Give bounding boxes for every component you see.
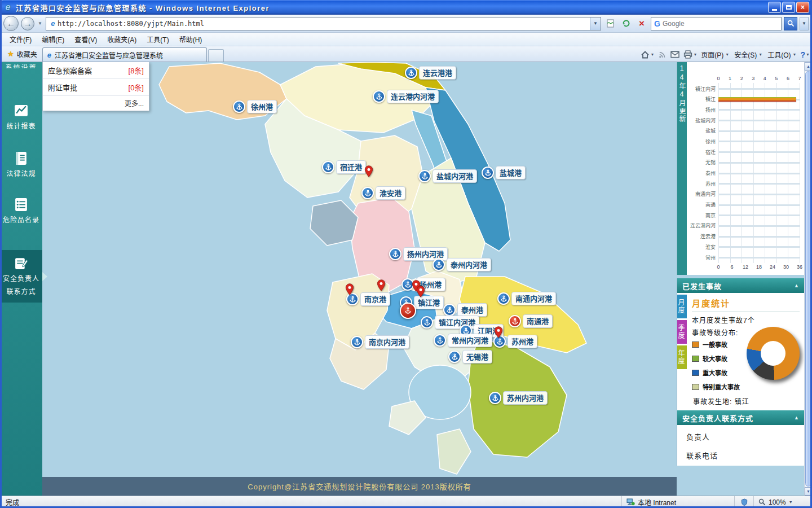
- port-marker[interactable]: 南通港: [509, 314, 553, 328]
- page-content: 系统设置 统计报表法律法规危险品名录安全负责人联系方式: [0, 62, 812, 496]
- location-pin-icon[interactable]: [377, 279, 386, 294]
- sidebar-item-label: 法律法规: [6, 169, 36, 179]
- back-button[interactable]: ←: [3, 16, 19, 31]
- port-marker[interactable]: 泰州港: [443, 303, 487, 317]
- collapse-arrow-icon[interactable]: ▲: [794, 283, 800, 288]
- menu-item[interactable]: 工具(T): [142, 33, 174, 46]
- location-pin-icon[interactable]: [494, 326, 503, 340]
- port-marker[interactable]: 连云港内河港: [373, 90, 439, 103]
- forward-button[interactable]: →: [21, 17, 34, 30]
- accident-tab-quarterly[interactable]: 季度: [677, 320, 687, 344]
- chart-bar-area: [718, 137, 800, 145]
- search-dropdown-icon[interactable]: ▼: [800, 17, 809, 30]
- anchor-icon: [405, 67, 417, 79]
- history-dropdown-icon[interactable]: ▼: [37, 21, 43, 26]
- compatibility-view-icon[interactable]: [603, 17, 617, 30]
- accident-tab-yearly[interactable]: 年度: [677, 345, 687, 369]
- stop-button[interactable]: ×: [635, 17, 648, 30]
- sidebar-item-contacts[interactable]: 安全负责人联系方式: [0, 250, 42, 303]
- collapse-arrow-icon[interactable]: ▲: [794, 415, 800, 421]
- list-icon: [14, 197, 29, 212]
- new-tab-button[interactable]: [208, 49, 224, 62]
- search-button[interactable]: [784, 17, 797, 30]
- search-input[interactable]: [663, 20, 781, 28]
- tabs-bar: ★ 收藏夹 e 江苏省港口安全监管与应急管理系统 ▼ ▼ 页面(P)▼安全(S)…: [0, 46, 812, 62]
- chart-bar-track: [718, 246, 800, 248]
- axis-tick-label: 3: [752, 76, 754, 81]
- zoom-control[interactable]: 100% ▼: [753, 496, 812, 508]
- legend-item: 特别重大事故: [692, 382, 746, 391]
- toolbar-button[interactable]: 工具(O)▼: [767, 50, 796, 59]
- map-area[interactable]: 连云港港连云港内河港徐州港宿迁港盐城内河港盐城港淮安港扬州内河港泰州内河港扬州港…: [42, 62, 677, 496]
- toolbar-button[interactable]: 安全(S)▼: [734, 50, 762, 59]
- home-button[interactable]: ▼: [641, 50, 654, 59]
- refresh-button[interactable]: [619, 17, 633, 30]
- favorites-button[interactable]: ★ 收藏夹: [2, 46, 42, 62]
- contact-header-label: 安全负责人联系方式: [682, 413, 753, 423]
- vertical-scrollbar[interactable]: ▲ ▼: [804, 62, 812, 496]
- location-pin-icon[interactable]: [345, 283, 354, 297]
- url-dropdown-icon[interactable]: ▼: [590, 17, 601, 30]
- port-marker[interactable]: 盐城港: [482, 166, 526, 179]
- accident-location: 事故发生地: 镇江: [693, 396, 749, 406]
- mail-button[interactable]: [670, 51, 679, 58]
- close-button[interactable]: ×: [796, 2, 809, 13]
- more-link[interactable]: 更多...: [43, 96, 149, 111]
- chevron-down-icon: ▼: [806, 52, 810, 56]
- menu-item[interactable]: 文件(F): [5, 33, 37, 46]
- help-button[interactable]: ?▼: [801, 50, 810, 59]
- port-marker[interactable]: 徐州港: [233, 100, 277, 113]
- menu-item[interactable]: 编辑(E): [37, 33, 69, 46]
- port-label: 宿迁港: [336, 160, 366, 174]
- sidebar-item-laws[interactable]: 法律法规: [0, 145, 42, 185]
- minimize-button[interactable]: [768, 2, 781, 13]
- chart-bar-track: [718, 151, 800, 153]
- sidebar-item-hazmat[interactable]: 危险品名录: [0, 191, 42, 231]
- chart-row: 常州: [687, 253, 800, 261]
- port-marker[interactable]: 淮安港: [361, 186, 405, 200]
- sidebar-item-system-settings[interactable]: 系统设置: [0, 62, 42, 68]
- scroll-down-icon[interactable]: ▼: [805, 487, 812, 496]
- port-marker[interactable]: 无锡港: [448, 350, 492, 364]
- sidebar: 系统设置 统计报表法律法规危险品名录安全负责人联系方式: [0, 62, 42, 496]
- contact-panel-header[interactable]: 安全负责人联系方式 ▲: [677, 410, 804, 425]
- tab-title: 江苏省港口安全监管与应急管理系统: [55, 50, 163, 60]
- contact-panel-body: 负责人联系电话: [677, 425, 804, 466]
- menu-item[interactable]: 查看(V): [69, 33, 102, 46]
- legend-label: 较大事故: [703, 354, 727, 363]
- location-pin-icon[interactable]: [364, 165, 373, 179]
- port-marker[interactable]: 南京内河港: [351, 335, 409, 349]
- quick-panel-row[interactable]: 应急预案备案[8条]: [43, 62, 149, 79]
- accidents-panel-header[interactable]: 已发生事故 ▲: [677, 278, 804, 293]
- url-input[interactable]: [58, 17, 590, 30]
- quick-panel-row[interactable]: 附证审批[0条]: [43, 79, 149, 96]
- maximize-button[interactable]: [782, 2, 795, 13]
- toolbar-button[interactable]: 页面(P)▼: [701, 50, 729, 59]
- chart-bar-area: [718, 159, 800, 167]
- port-marker[interactable]: 宿迁港: [322, 160, 366, 174]
- port-marker[interactable]: 苏州内河港: [489, 391, 548, 405]
- menu-item[interactable]: 帮助(H): [174, 33, 208, 46]
- feeds-button[interactable]: [658, 50, 667, 59]
- chart-row: 南通内河: [687, 190, 800, 198]
- port-marker[interactable]: 南通内河港: [497, 292, 556, 305]
- scroll-up-icon[interactable]: ▲: [805, 62, 812, 71]
- scrollbar-thumb[interactable]: [805, 71, 811, 487]
- accident-tab-monthly[interactable]: 月度: [677, 295, 687, 318]
- print-button[interactable]: ▼: [683, 50, 697, 59]
- map-region-south-b[interactable]: [437, 429, 471, 474]
- port-label: 泰州内河港: [447, 258, 491, 271]
- accident-period-tabs: 月度季度年度: [677, 295, 687, 369]
- tab-main[interactable]: e 江苏省港口安全监管与应急管理系统: [42, 47, 207, 62]
- menu-item[interactable]: 收藏夹(A): [102, 33, 142, 46]
- location-pin-icon[interactable]: [416, 286, 425, 300]
- accident-marker-icon[interactable]: [400, 303, 416, 319]
- axis-tick-label: 7: [798, 76, 801, 81]
- port-marker[interactable]: 盐城内河港: [418, 169, 477, 183]
- port-marker[interactable]: 泰州内河港: [433, 258, 491, 271]
- sidebar-item-stats[interactable]: 统计报表: [0, 98, 42, 137]
- port-marker[interactable]: 常州内河港: [434, 334, 492, 347]
- help-icon: ?: [801, 50, 806, 59]
- chevron-down-icon: ▼: [758, 52, 762, 56]
- port-marker[interactable]: 连云港港: [405, 66, 456, 80]
